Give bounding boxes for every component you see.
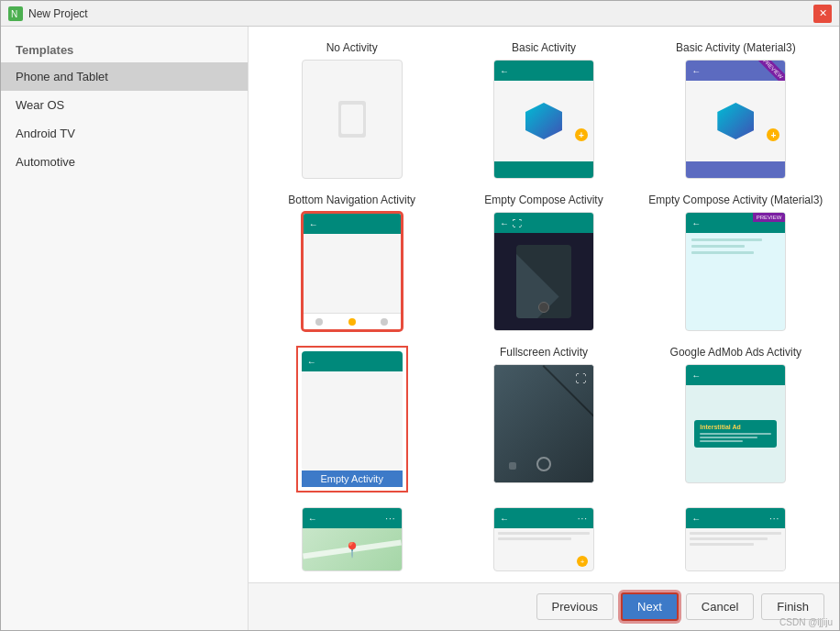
login-body: +: [494, 528, 593, 570]
finish-button[interactable]: Finish: [761, 593, 824, 620]
bottom-nav-thumb: ←: [302, 212, 403, 331]
template-scrollable[interactable]: ← ···: [647, 507, 824, 581]
window-title: New Project: [28, 7, 813, 20]
scroll-line-3: [690, 543, 754, 546]
scrollable-body: [686, 528, 785, 570]
basic-activity-footer: [494, 161, 593, 178]
fab-button: +: [575, 128, 588, 141]
admob-thumb: ← Interstitial Ad: [685, 364, 786, 483]
empty-compose-material3-thumb: ← PREVIEW: [685, 212, 786, 331]
template-empty-activity[interactable]: ← Empty Activity: [263, 346, 440, 493]
main-panel: No Activity Basic Activity ←: [249, 27, 839, 630]
no-activity-thumb: [302, 60, 403, 179]
sidebar-item-phone-tablet[interactable]: Phone and Tablet: [1, 62, 248, 91]
empty-activity-selected-border: ← Empty Activity: [296, 346, 408, 493]
empty-compose-thumb: ← ⛶: [493, 212, 594, 331]
title-bar: N New Project ✕: [1, 1, 839, 27]
nav-dot-1: [315, 318, 323, 326]
sidebar-item-android-tv[interactable]: Android TV: [1, 119, 248, 148]
next-button[interactable]: Next: [621, 592, 679, 621]
map-header: ← ···: [303, 508, 402, 528]
sidebar-item-automotive[interactable]: Automotive: [1, 148, 248, 176]
ad-line-1: [700, 433, 771, 435]
sidebar-item-wear-os[interactable]: Wear OS: [1, 91, 248, 119]
previous-button[interactable]: Previous: [536, 593, 614, 620]
bottom-nav-header: ←: [304, 214, 401, 234]
cancel-button[interactable]: Cancel: [686, 593, 754, 620]
basic-material3-thumb: PREVIEW ← +: [685, 60, 786, 179]
basic-activity-body: +: [494, 81, 593, 161]
template-map[interactable]: ← ··· 📍: [263, 507, 440, 581]
back-arrow-icon: ←: [691, 218, 701, 228]
back-arrow-icon: ←: [500, 66, 509, 76]
nav-dot-2: [348, 318, 356, 326]
bottom-bar: Previous Next Cancel Finish: [249, 582, 839, 630]
scrollable-header: ← ···: [686, 508, 785, 528]
material3-footer: [686, 161, 785, 178]
expand-icon: ⛶: [575, 372, 586, 385]
basic-activity-thumb: ← +: [493, 60, 594, 179]
ad-line-2: [700, 437, 757, 438]
admob-header: ←: [686, 365, 785, 385]
admob-card: Interstitial Ad: [694, 420, 777, 448]
template-login[interactable]: ← ··· +: [455, 507, 632, 581]
fullscreen-thumb: ⛶: [493, 364, 594, 483]
fab-icon: +: [577, 556, 588, 567]
phone-home-button: [536, 457, 551, 471]
back-arrow-icon: ←: [500, 514, 509, 524]
template-empty-compose-material3[interactable]: Empty Compose Activity (Material3) ← PRE…: [647, 194, 824, 331]
back-arrow-icon: ←: [691, 514, 701, 524]
bottom-nav-body: [304, 234, 401, 313]
empty-compose-material3-label: Empty Compose Activity (Material3): [648, 194, 823, 206]
empty-compose-body: [494, 233, 593, 330]
interstitial-ad-label: Interstitial Ad: [700, 424, 771, 430]
watermark: CSDN @ijjiju: [779, 617, 833, 627]
back-arrow-icon: ←: [500, 218, 509, 228]
preview-badge: PREVIEW: [753, 213, 786, 222]
sidebar: Templates Phone and Tablet Wear OS Andro…: [1, 27, 249, 630]
back-arrow-icon: ←: [691, 371, 701, 381]
template-empty-compose[interactable]: Empty Compose Activity ← ⛶: [455, 194, 632, 331]
ad-line-3: [700, 440, 743, 442]
template-admob[interactable]: Google AdMob Ads Activity ← Interstitial…: [647, 346, 824, 493]
back-arrow-icon: ←: [307, 357, 316, 367]
empty-compose-label: Empty Compose Activity: [484, 194, 602, 206]
basic-material3-label: Basic Activity (Material3): [676, 41, 796, 54]
nav-dot-3: [381, 318, 388, 326]
no-activity-label: No Activity: [326, 41, 378, 54]
scroll-line-1: [690, 532, 781, 535]
close-button[interactable]: ✕: [813, 5, 832, 23]
template-basic-activity[interactable]: Basic Activity ← +: [455, 41, 632, 179]
content-area: Templates Phone and Tablet Wear OS Andro…: [1, 27, 839, 630]
template-bottom-nav[interactable]: Bottom Navigation Activity ←: [263, 194, 440, 331]
basic-activity-label: Basic Activity: [512, 41, 576, 54]
more-icon: ···: [769, 514, 779, 524]
scrollable-thumb: ← ···: [685, 507, 786, 571]
fab-button: +: [767, 128, 779, 141]
empty-compose-material3-body: [686, 233, 785, 330]
empty-activity-selected-label: Empty Activity: [302, 470, 403, 487]
sidebar-section-label: Templates: [1, 34, 248, 62]
admob-body: Interstitial Ad: [686, 385, 785, 482]
app-icon: N: [8, 6, 23, 21]
admob-label: Google AdMob Ads Activity: [670, 346, 801, 359]
map-pin-icon: 📍: [343, 541, 361, 559]
hexagon-icon: [525, 103, 562, 139]
template-fullscreen[interactable]: Fullscreen Activity ⛶: [455, 346, 632, 493]
back-arrow-icon: ←: [691, 66, 701, 76]
no-activity-icon: [334, 101, 370, 138]
new-project-window: N New Project ✕ Templates Phone and Tabl…: [0, 0, 840, 631]
template-basic-material3[interactable]: Basic Activity (Material3) PREVIEW ← +: [647, 41, 824, 179]
more-icon: ···: [385, 514, 395, 524]
templates-grid: No Activity Basic Activity ←: [249, 27, 839, 582]
template-no-activity[interactable]: No Activity: [263, 41, 440, 179]
empty-activity-body: [302, 371, 403, 470]
map-body: 📍: [303, 528, 402, 570]
empty-compose-header: ← ⛶: [494, 213, 593, 233]
empty-activity-thumb: ←: [302, 351, 403, 470]
empty-activity-header: ←: [302, 351, 403, 371]
more-icon: ···: [578, 514, 588, 524]
hexagon-icon: [717, 103, 754, 139]
map-thumb: ← ··· 📍: [302, 507, 403, 571]
svg-text:N: N: [11, 9, 17, 19]
